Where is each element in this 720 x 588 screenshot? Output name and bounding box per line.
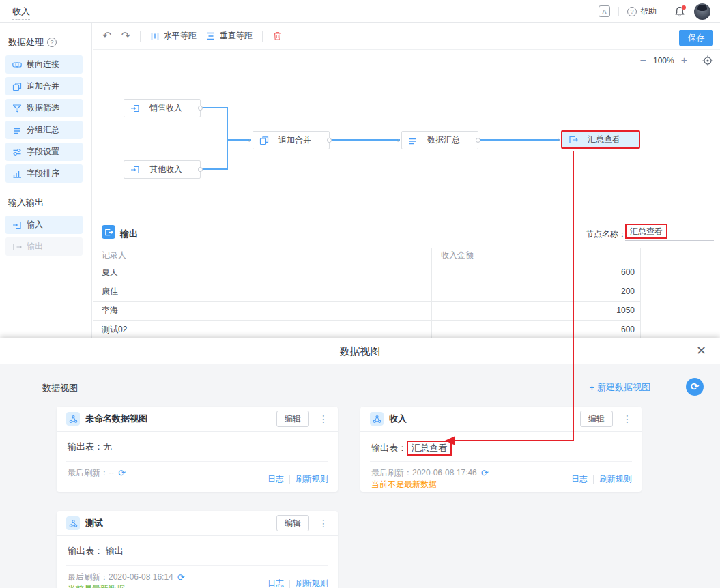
dialog-toolbar: 数据视图 + 新建数据视图 ⟳ [0, 364, 720, 405]
zoom-in-button[interactable]: + [681, 55, 687, 66]
more-icon[interactable]: ⋮ [319, 413, 328, 424]
card-title: 收入 [389, 413, 580, 425]
bars-icon [12, 169, 22, 179]
flow-node-append-merge[interactable]: › 追加合并 [253, 131, 330, 149]
refresh-rule-link[interactable]: 刷新规则 [296, 578, 328, 588]
annotation-line-vertical [573, 151, 574, 441]
edit-button[interactable]: 编辑 [276, 515, 309, 531]
last-refresh-row: 最后刷新：2020-06-08 17:46 ⟳ [371, 467, 489, 479]
zoom-out-button[interactable]: − [640, 55, 646, 66]
sidebar-item-group-summary[interactable]: 分组汇总 [5, 121, 83, 139]
redo-icon[interactable]: ↷ [121, 31, 130, 42]
flow-node-summary-view[interactable]: › 汇总查看 [561, 130, 640, 149]
locate-icon[interactable] [702, 55, 713, 66]
user-avatar[interactable] [694, 3, 710, 20]
flow-title[interactable]: 收入 [12, 5, 30, 20]
sidebar-item-field-settings[interactable]: 字段设置 [5, 143, 83, 161]
import-icon [130, 104, 140, 113]
data-view-card-test[interactable]: 测试 编辑 ⋮ 输出表： 输出 最后刷新：2020-06-08 16:14 ⟳ … [57, 511, 338, 588]
import-icon [130, 165, 140, 175]
output-port[interactable] [198, 106, 203, 111]
table-header-row: 记录人 收入金额 [93, 248, 640, 263]
data-view-section-label: 数据视图 [42, 382, 78, 394]
table-row[interactable]: 夏天 600 [93, 263, 640, 282]
output-port[interactable] [327, 138, 332, 143]
copy-icon [12, 82, 22, 91]
cell-amount: 200 [432, 282, 640, 301]
sidebar-item-append-merge[interactable]: 追加合并 [5, 77, 83, 95]
refresh-rule-link[interactable]: 刷新规则 [599, 473, 632, 485]
refresh-list-button[interactable]: ⟳ [686, 378, 704, 396]
app-window: 收入 A ? 帮助 数据处理 ? 横向连接 追加合并 [0, 0, 720, 588]
edit-button[interactable]: 编辑 [276, 411, 309, 427]
edge [227, 107, 228, 170]
table-row[interactable]: 测试02 600 [93, 321, 640, 340]
flow-node-data-summary[interactable]: › 数据汇总 [401, 131, 478, 149]
output-table-row: 输出表： 输出 [68, 545, 124, 557]
notification-bell-icon[interactable] [674, 5, 686, 18]
log-link[interactable]: 日志 [268, 578, 284, 588]
divider [593, 475, 594, 484]
sidebar-item-input[interactable]: 输入 [5, 216, 83, 234]
new-data-view-button[interactable]: + 新建数据视图 [589, 381, 650, 394]
output-table-row: 输出表：无 [68, 441, 112, 453]
plus-icon: + [589, 383, 594, 393]
output-table-label: 输出表： [68, 441, 103, 452]
sidebar-item-horizontal-join[interactable]: 横向连接 [5, 55, 83, 74]
output-port[interactable] [198, 167, 203, 172]
edge [330, 139, 400, 141]
card-title: 测试 [85, 517, 276, 529]
link-icon [12, 60, 22, 70]
refresh-icon[interactable]: ⟳ [177, 572, 185, 583]
card-links: 日志 刷新规则 [268, 473, 328, 485]
guide-icon[interactable]: A [599, 5, 610, 17]
flow-node-other-income[interactable]: 其他收入 [124, 160, 201, 179]
flow-node-sales-income[interactable]: 销售收入 [124, 99, 201, 117]
output-port[interactable] [476, 138, 480, 143]
input-port: › [558, 136, 560, 143]
table-row[interactable]: 康佳 200 [93, 282, 640, 302]
data-view-card-income[interactable]: 收入 编辑 ⋮ 输出表：汇总查看 最后刷新：2020-06-08 17:46 ⟳… [360, 407, 642, 492]
card-links: 日志 刷新规则 [571, 473, 632, 485]
data-view-card-unnamed[interactable]: 未命名数据视图 编辑 ⋮ 输出表：无 最后刷新：-- ⟳ 日志 刷新规则 [57, 407, 338, 492]
node-label: 数据汇总 [427, 134, 460, 146]
card-header: 测试 编辑 ⋮ [57, 511, 338, 536]
vertical-equal-spacing-button[interactable]: 垂直等距 [206, 30, 253, 42]
sidebar-item-field-sort[interactable]: 字段排序 [5, 164, 83, 183]
save-button[interactable]: 保存 [679, 30, 713, 46]
sidebar-item-data-filter[interactable]: 数据筛选 [5, 99, 83, 117]
refresh-icon[interactable]: ⟳ [118, 468, 126, 478]
horizontal-equal-spacing-button[interactable]: 水平等距 [150, 30, 197, 42]
output-table-value: 输出 [106, 546, 124, 556]
section-help-icon[interactable]: ? [47, 38, 57, 47]
more-icon[interactable]: ⋮ [622, 413, 632, 424]
node-name-input[interactable]: 汇总查看 [625, 224, 714, 241]
node-name-label: 节点名称： [586, 229, 627, 240]
table-row[interactable]: 李海 1050 [93, 302, 640, 321]
divider [262, 31, 263, 42]
input-port: › [248, 137, 250, 144]
node-label: 其他收入 [149, 164, 182, 175]
card-header: 收入 编辑 ⋮ [360, 407, 642, 432]
cell-amount: 1050 [432, 302, 640, 320]
sidebar-item-output: 输出 [5, 237, 83, 256]
tools-sidebar: 数据处理 ? 横向连接 追加合并 数据筛选 分组汇总 字段设置 字段排序 输入输 [0, 23, 92, 338]
last-refresh-label: 最后刷新：2020-06-08 16:14 [68, 572, 173, 583]
cell-name: 测试02 [93, 321, 432, 339]
notification-dot [682, 5, 686, 10]
log-link[interactable]: 日志 [268, 473, 284, 485]
cell-name: 夏天 [93, 263, 432, 282]
refresh-icon[interactable]: ⟳ [481, 468, 489, 478]
more-icon[interactable]: ⋮ [319, 518, 328, 529]
close-icon[interactable]: ✕ [696, 343, 706, 358]
output-panel-header: 输出 节点名称： 汇总查看 [93, 220, 720, 248]
export-icon [12, 242, 22, 252]
data-view-icon [66, 412, 80, 426]
refresh-rule-link[interactable]: 刷新规则 [296, 473, 328, 485]
log-link[interactable]: 日志 [571, 473, 588, 485]
trash-icon[interactable] [272, 31, 283, 41]
help-button[interactable]: ? 帮助 [627, 5, 657, 17]
edit-button[interactable]: 编辑 [580, 411, 613, 427]
undo-icon[interactable]: ↶ [102, 31, 111, 42]
column-header: 记录人 [93, 248, 432, 263]
